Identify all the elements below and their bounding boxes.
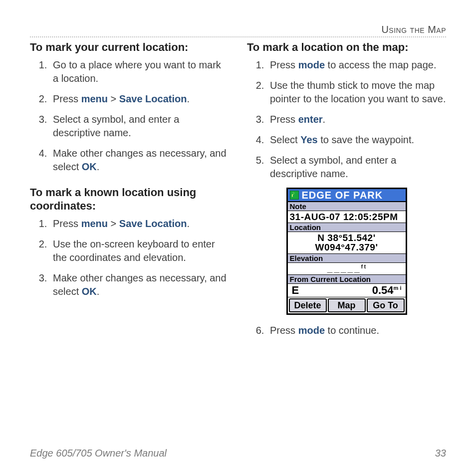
keyword: OK [82, 286, 97, 297]
keyword: mode [298, 325, 325, 336]
step: Select a symbol, and enter a descriptive… [267, 154, 446, 181]
step: Use the on-screen keyboard to enter the … [50, 238, 229, 264]
chapter-heading: Using the Map [30, 24, 446, 35]
footer-title: Edge 605/705 Owner's Manual [30, 448, 167, 459]
device-from-current-label: From Current Location [288, 275, 406, 284]
step: Select Yes to save the waypoint. [267, 133, 446, 147]
steps-list: Press mode to access the map page. Use t… [267, 58, 446, 181]
device-distance: 0.54m i [372, 285, 402, 296]
keyword: mode [298, 59, 325, 70]
device-button-row: Delete Map Go To [288, 297, 406, 313]
device-distance-row: E 0.54m i [288, 284, 406, 297]
device-datetime: 31-AUG-07 12:05:25PM [288, 211, 406, 223]
steps-list: Go to a place where you want to mark a l… [50, 58, 229, 174]
step: Press menu > Save Location. [50, 217, 229, 231]
device-screenshot: EDGE OF PARK Note 31-AUG-07 12:05:25PM L… [286, 188, 407, 315]
section-heading: To mark a location on the map: [247, 40, 446, 54]
keyword: Save Location [119, 218, 187, 229]
steps-list: Press mode to continue. [267, 324, 446, 337]
step: Make other changes as necessary, and sel… [50, 271, 229, 298]
step: Press menu > Save Location. [50, 92, 229, 106]
step: Go to a place where you want to mark a l… [50, 58, 229, 85]
keyword: Yes [300, 134, 317, 145]
keyword: menu [81, 218, 108, 229]
left-column: To mark your current location: Go to a p… [30, 40, 229, 344]
device-lon: W094°47.379' [290, 242, 404, 252]
device-coordinates: N 38°51.542' W094°47.379' [288, 232, 406, 254]
device-note-label: Note [288, 202, 406, 211]
step: Select a symbol, and enter a descriptive… [50, 113, 229, 140]
device-bearing: E [292, 285, 299, 296]
device-title-bar: EDGE OF PARK [288, 189, 406, 202]
right-column: To mark a location on the map: Press mod… [247, 40, 446, 344]
section-heading: To mark a known location using coordinat… [30, 186, 229, 213]
section-heading: To mark your current location: [30, 40, 229, 54]
divider [30, 36, 446, 37]
keyword: menu [81, 93, 108, 104]
keyword: OK [82, 161, 97, 172]
device-lat: N 38°51.542' [290, 233, 404, 243]
steps-list: Press menu > Save Location. Use the on-s… [50, 217, 229, 298]
waypoint-flag-icon [290, 191, 299, 200]
step: Press mode to continue. [267, 324, 446, 337]
step: Make other changes as necessary, and sel… [50, 147, 229, 174]
device-location-label: Location [288, 223, 406, 232]
step: Use the thumb stick to move the map poin… [267, 79, 446, 106]
keyword: Save Location [119, 93, 187, 104]
device-delete-button[interactable]: Delete [289, 298, 327, 312]
footer-page-number: 33 [435, 448, 446, 459]
keyword: enter [298, 114, 323, 125]
device-goto-button[interactable]: Go To [367, 298, 405, 312]
device-elevation: _____f t [288, 263, 406, 275]
device-map-button[interactable]: Map [328, 298, 366, 312]
step: Press enter. [267, 113, 446, 126]
device-elevation-label: Elevation [288, 254, 406, 263]
step: Press mode to access the map page. [267, 58, 446, 72]
device-title: EDGE OF PARK [302, 190, 383, 200]
